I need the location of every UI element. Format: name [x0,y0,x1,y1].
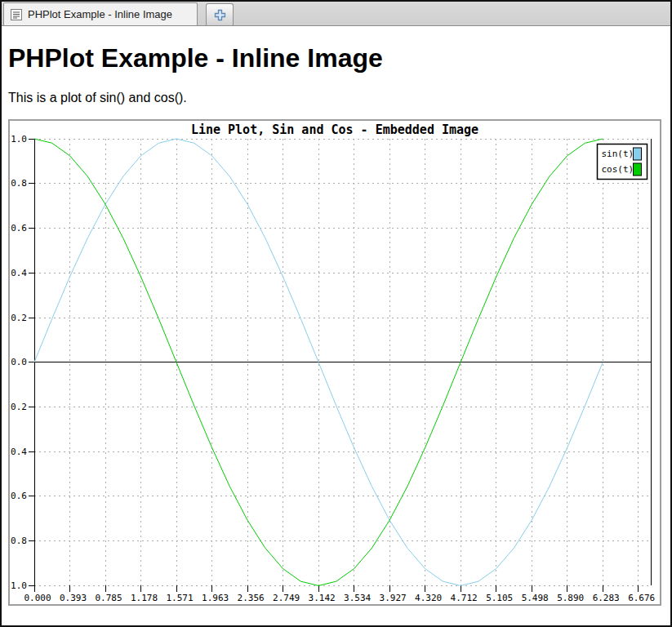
page-document-icon [10,8,23,21]
svg-text:6.283: 6.283 [593,593,620,603]
svg-text:2.749: 2.749 [273,593,300,603]
svg-text:Line Plot, Sin and Cos - Embed: Line Plot, Sin and Cos - Embedded Image [191,122,478,137]
svg-text:6.676: 6.676 [628,593,655,603]
intro-text: This is a plot of sin() and cos(). [8,91,664,105]
tab-title: PHPlot Example - Inline Image [28,8,172,20]
svg-text:5.105: 5.105 [486,593,513,603]
svg-text:cos(t): cos(t) [602,163,634,174]
svg-text:5.890: 5.890 [557,593,584,603]
chart-image: 1.00.80.60.40.20.0-0.2-0.4-0.6-0.8-1.00.… [8,119,661,606]
svg-text:0.2: 0.2 [11,312,27,322]
svg-text:0.4: 0.4 [11,267,27,278]
svg-text:4.320: 4.320 [415,593,442,603]
browser-window: PHPlot Example - Inline Image PHPlot Exa… [0,0,672,627]
plus-icon [214,9,226,21]
svg-text:-0.8: -0.8 [10,536,27,546]
svg-text:1.571: 1.571 [166,593,193,603]
svg-text:-0.4: -0.4 [10,446,27,456]
svg-text:3.927: 3.927 [380,593,407,603]
new-tab-button[interactable] [206,3,234,25]
svg-text:0.785: 0.785 [95,593,122,603]
svg-text:0.0: 0.0 [11,357,27,367]
tab-bar: PHPlot Example - Inline Image [2,2,670,26]
svg-text:-0.6: -0.6 [10,491,27,501]
svg-text:1.963: 1.963 [202,593,229,603]
tab-phplot-example[interactable]: PHPlot Example - Inline Image [3,2,198,25]
svg-text:3.534: 3.534 [344,593,371,603]
page-title: PHPlot Example - Inline Image [8,43,664,73]
svg-text:3.142: 3.142 [309,593,336,603]
svg-text:5.498: 5.498 [522,593,549,603]
svg-text:0.393: 0.393 [60,593,87,603]
chart-svg: 1.00.80.60.40.20.0-0.2-0.4-0.6-0.8-1.00.… [10,121,660,604]
svg-text:0.000: 0.000 [24,593,51,603]
svg-text:1.0: 1.0 [11,133,27,144]
svg-text:-1.0: -1.0 [10,580,27,591]
svg-text:2.356: 2.356 [238,593,265,603]
svg-text:0.8: 0.8 [11,178,27,189]
svg-text:-0.2: -0.2 [10,402,27,412]
page-content: PHPlot Example - Inline Image This is a … [2,43,670,606]
svg-text:1.178: 1.178 [131,593,158,603]
svg-text:4.712: 4.712 [451,593,478,603]
svg-text:sin(t): sin(t) [602,148,634,158]
svg-text:0.6: 0.6 [11,223,27,233]
